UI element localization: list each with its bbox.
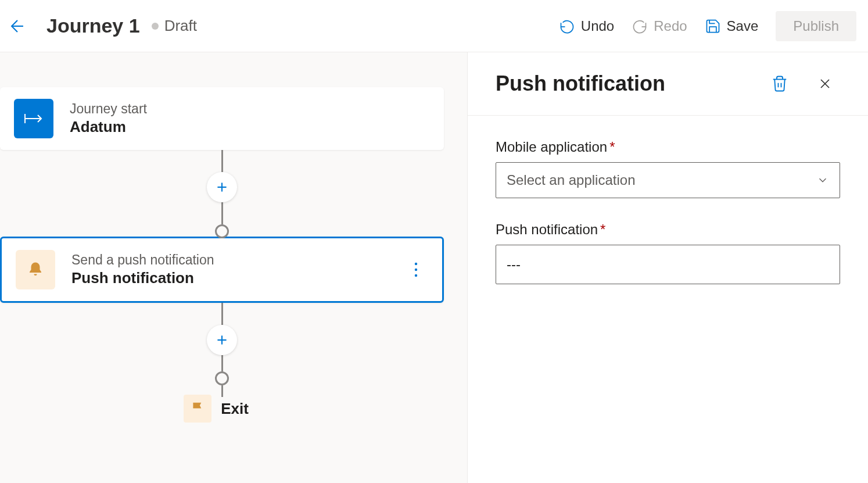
exit-label: Exit	[221, 400, 249, 418]
push-notification-field[interactable]: ---	[496, 245, 840, 284]
undo-label: Undo	[581, 18, 614, 34]
journey-canvas: Journey start Adatum Send a push notific…	[0, 52, 468, 483]
svg-point-6	[415, 274, 417, 277]
redo-label: Redo	[654, 18, 687, 34]
connector-2	[0, 303, 444, 397]
push-node-subtitle: Send a push notification	[71, 252, 214, 268]
close-panel-button[interactable]	[811, 70, 839, 98]
journey-title: Journey 1	[46, 15, 140, 37]
properties-panel: Push notification Mobile application* Se…	[468, 52, 868, 483]
plus-icon	[214, 332, 229, 348]
flag-icon	[184, 395, 211, 423]
svg-point-5	[415, 269, 417, 271]
redo-button: Redo	[632, 18, 687, 34]
trash-icon	[771, 75, 788, 92]
mobile-app-placeholder: Select an application	[507, 172, 635, 188]
more-vertical-icon	[414, 262, 418, 277]
start-node-title: Adatum	[70, 118, 147, 136]
header-actions: Undo Redo Save Publish	[559, 11, 856, 41]
status-label: Draft	[164, 17, 197, 35]
exit-node[interactable]: Exit	[0, 395, 438, 423]
save-icon	[705, 18, 721, 34]
svg-point-4	[415, 263, 417, 265]
panel-title: Push notification	[496, 71, 766, 96]
back-button[interactable]	[6, 15, 29, 38]
push-notification-node[interactable]: Send a push notification Push notificati…	[0, 237, 444, 303]
add-step-button[interactable]	[207, 172, 237, 202]
mobile-app-label: Mobile application*	[496, 139, 840, 155]
required-asterisk: *	[609, 139, 615, 155]
undo-button[interactable]: Undo	[559, 18, 614, 34]
save-label: Save	[727, 18, 759, 34]
status-dot-icon	[152, 23, 159, 30]
joint-icon	[215, 224, 229, 238]
app-header: Journey 1 Draft Undo Redo Save Publish	[0, 0, 868, 52]
chevron-down-icon	[816, 174, 829, 187]
publish-button: Publish	[776, 11, 856, 41]
add-step-button-2[interactable]	[207, 325, 237, 355]
journey-start-node[interactable]: Journey start Adatum	[0, 87, 444, 150]
save-button[interactable]: Save	[705, 18, 759, 34]
start-node-subtitle: Journey start	[70, 101, 147, 117]
required-asterisk: *	[600, 221, 605, 237]
push-notification-value: ---	[507, 256, 521, 273]
redo-icon	[632, 18, 648, 34]
bell-icon	[16, 250, 55, 289]
mobile-app-select[interactable]: Select an application	[496, 162, 840, 198]
close-icon	[817, 76, 833, 92]
joint-icon	[215, 371, 229, 385]
undo-icon	[559, 18, 575, 34]
node-more-menu[interactable]	[407, 258, 425, 281]
panel-body: Mobile application* Select an applicatio…	[468, 116, 868, 307]
plus-icon	[214, 180, 229, 195]
push-node-title: Push notification	[71, 269, 214, 287]
connector-1	[0, 150, 444, 238]
arrow-start-icon	[14, 99, 53, 138]
delete-button[interactable]	[766, 70, 794, 98]
push-notification-label: Push notification*	[496, 221, 840, 238]
panel-header: Push notification	[468, 52, 868, 116]
